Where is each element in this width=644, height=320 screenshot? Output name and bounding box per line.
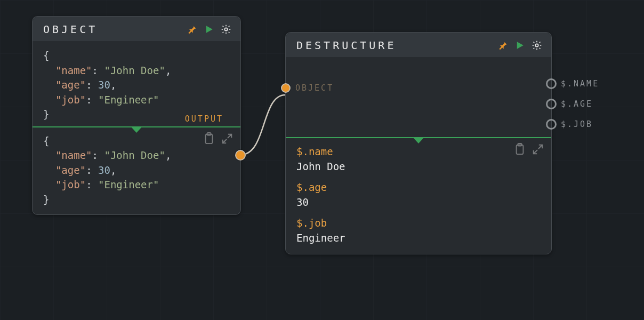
gear-icon[interactable] — [220, 23, 232, 35]
node-destructure-titlebar[interactable]: DESTRUCTURE — [286, 33, 551, 57]
svg-point-0 — [224, 28, 227, 30]
pin-icon[interactable] — [497, 39, 509, 51]
clipboard-icon[interactable] — [514, 142, 526, 156]
pin-icon[interactable] — [186, 23, 198, 35]
svg-point-3 — [535, 44, 538, 46]
result-entry: $.age 30 — [296, 180, 541, 210]
input-port-handle[interactable] — [281, 83, 291, 93]
port-ring[interactable] — [546, 99, 557, 109]
node-object-result: { "name": "John Doe", "age": 30, "job": … — [33, 127, 240, 215]
run-icon[interactable] — [514, 39, 526, 51]
result-entry: $.job Engineer — [296, 216, 541, 245]
run-icon[interactable] — [203, 23, 215, 35]
input-port-label: OBJECT — [295, 83, 334, 93]
node-destructure-result: $.name John Doe $.age 30 $.job Engineer — [286, 138, 551, 254]
node-object-titlebar[interactable]: OBJECT — [33, 17, 240, 41]
node-object-title: OBJECT — [43, 23, 98, 36]
output-port-job[interactable]: $.JOB — [546, 119, 593, 130]
port-ring[interactable] — [546, 119, 557, 130]
result-entry: $.name John Doe — [296, 145, 541, 174]
output-port-label: OUTPUT — [185, 114, 223, 125]
node-object[interactable]: OBJECT { "name": "John Doe", "age": 30, … — [32, 16, 241, 215]
node-object-editor[interactable]: { "name": "John Doe", "age": 30, "job": … — [33, 41, 240, 126]
expand-icon[interactable] — [221, 133, 233, 145]
expand-icon[interactable] — [532, 143, 544, 155]
output-port-name[interactable]: $.NAME — [546, 78, 599, 89]
result-code: { "name": "John Doe", "age": 30, "job": … — [43, 134, 230, 207]
clipboard-icon[interactable] — [203, 132, 215, 146]
node-destructure-ports: OBJECT $.NAME $.AGE $.JOB — [286, 57, 551, 137]
node-destructure[interactable]: DESTRUCTURE OBJECT $.NAME — [285, 32, 552, 254]
port-ring[interactable] — [546, 78, 557, 89]
node-destructure-title: DESTRUCTURE — [296, 39, 396, 52]
output-port-age[interactable]: $.AGE — [546, 99, 593, 109]
output-port-handle[interactable] — [235, 150, 246, 161]
code-editor[interactable]: { "name": "John Doe", "age": 30, "job": … — [43, 49, 230, 122]
gear-icon[interactable] — [531, 39, 543, 51]
